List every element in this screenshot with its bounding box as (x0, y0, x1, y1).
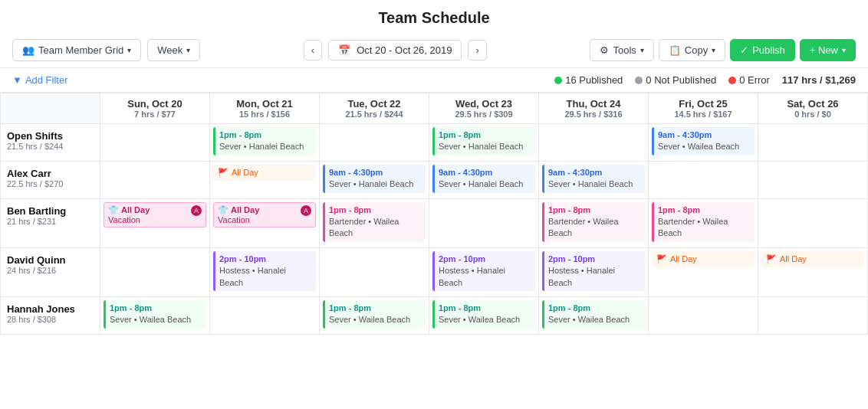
schedule-cell[interactable] (320, 247, 429, 296)
schedule-cell[interactable]: 9am - 4:30pm Sever • Hanalei Beach (429, 161, 539, 198)
vacation-sub: Vacation (218, 215, 259, 224)
schedule-cell[interactable]: 1pm - 8pm Sever • Wailea Beach (100, 296, 210, 334)
shift-block[interactable]: 1pm - 8pm Sever • Wailea Beach (432, 300, 535, 329)
shift-time: 1pm - 8pm (329, 204, 422, 216)
shift-block[interactable]: 2pm - 10pm Hostess • Hanalei Beach (213, 251, 316, 291)
chevron-down-icon: ▾ (712, 46, 715, 54)
shift-location: Sever • Wailea Beach (548, 314, 641, 326)
shift-block[interactable]: 9am - 4:30pm Sever • Hanalei Beach (542, 165, 645, 193)
prev-week-button[interactable]: ‹ (304, 40, 322, 61)
table-row: David Quinn24 hrs / $216 2pm - 10pm Host… (1, 247, 868, 296)
shift-block[interactable]: 2pm - 10pm Hostess • Hanalei Beach (542, 251, 645, 291)
schedule-cell[interactable] (320, 124, 429, 162)
shift-block[interactable]: 2pm - 10pm Hostess • Hanalei Beach (432, 251, 535, 291)
schedule-cell[interactable]: 9am - 4:30pm Sever • Hanalei Beach (320, 161, 429, 198)
allday-block[interactable]: 🚩 All Day (213, 165, 316, 181)
schedule-cell[interactable]: 1pm - 8pm Sever • Wailea Beach (429, 296, 539, 334)
schedule-cell[interactable] (100, 124, 210, 162)
shift-block[interactable]: 9am - 4:30pm Sever • Hanalei Beach (432, 165, 535, 193)
chevron-left-icon: ‹ (311, 44, 314, 56)
people-icon: 👥 (22, 44, 35, 56)
schedule-cell[interactable] (429, 198, 539, 247)
published-stat: 16 Published (554, 74, 623, 86)
schedule-cell[interactable] (758, 198, 868, 247)
tools-button[interactable]: ⚙ Tools ▾ (590, 39, 653, 61)
schedule-cell[interactable]: 2pm - 10pm Hostess • Hanalei Beach (539, 247, 649, 296)
flag-icon: 🚩 (218, 168, 229, 178)
shift-time: 1pm - 8pm (439, 303, 531, 314)
shift-block[interactable]: 1pm - 8pm Bartender • Wailea Beach (323, 202, 426, 242)
day-header-tue: Tue, Oct 22 21.5 hrs / $244 (320, 93, 429, 124)
allday-block[interactable]: 🚩 All Day (761, 251, 864, 267)
schedule-cell[interactable] (649, 161, 758, 198)
day-hours-thu: 29.5 hrs / $316 (545, 110, 642, 119)
schedule-cell[interactable] (758, 296, 868, 334)
vacation-block[interactable]: 👕 All Day Vacation A (104, 202, 206, 227)
schedule-cell[interactable]: 1pm - 8pm Sever • Hanalei Beach (210, 124, 320, 162)
row-name: Ben Bartling (7, 205, 94, 217)
next-week-button[interactable]: › (468, 40, 486, 61)
schedule-cell[interactable] (100, 247, 210, 296)
table-row: Open Shifts21.5 hrs / $244 1pm - 8pm Sev… (1, 124, 868, 162)
schedule-cell[interactable] (539, 124, 649, 162)
schedule-cell[interactable]: 2pm - 10pm Hostess • Hanalei Beach (210, 247, 320, 296)
error-stat: 0 Error (728, 74, 770, 86)
schedule-cell[interactable]: 1pm - 8pm Bartender • Wailea Beach (320, 198, 429, 247)
shift-location: Hostess • Hanalei Beach (439, 265, 531, 289)
add-filter-button[interactable]: ▼ Add Filter (12, 74, 68, 86)
row-label: Ben Bartling21 hrs / $231 (1, 198, 100, 247)
schedule-cell[interactable]: 2pm - 10pm Hostess • Hanalei Beach (429, 247, 539, 296)
new-button[interactable]: + New ▾ (800, 39, 856, 61)
shift-location: Sever • Hanalei Beach (439, 178, 531, 190)
schedule-cell[interactable] (649, 296, 758, 334)
schedule-cell[interactable]: 1pm - 8pm Bartender • Wailea Beach (649, 198, 758, 247)
schedule-cell[interactable]: 🚩 All Day (210, 161, 320, 198)
shift-time: 2pm - 10pm (219, 254, 312, 265)
shift-block[interactable]: 1pm - 8pm Sever • Wailea Beach (104, 300, 206, 329)
shift-block[interactable]: 1pm - 8pm Sever • Hanalei Beach (213, 127, 316, 155)
day-name-fri: Fri, Oct 25 (655, 98, 751, 110)
shift-block[interactable]: 1pm - 8pm Sever • Wailea Beach (323, 300, 426, 329)
shift-location: Bartender • Wailea Beach (548, 216, 641, 240)
shift-block[interactable]: 1pm - 8pm Sever • Hanalei Beach (432, 127, 535, 155)
team-member-grid-button[interactable]: 👥 Team Member Grid ▾ (12, 39, 141, 61)
schedule-cell[interactable]: 1pm - 8pm Sever • Hanalei Beach (429, 124, 539, 162)
schedule-cell[interactable] (210, 296, 320, 334)
vacation-label: All Day (231, 205, 259, 214)
schedule-cell[interactable]: 🚩 All Day (758, 247, 868, 296)
shift-time: 1pm - 8pm (439, 129, 531, 141)
copy-button[interactable]: 📋 Copy ▾ (659, 39, 725, 61)
vacation-sub: Vacation (108, 215, 150, 224)
shift-block[interactable]: 1pm - 8pm Bartender • Wailea Beach (542, 202, 645, 242)
shift-block[interactable]: 9am - 4:30pm Sever • Wailea Beach (652, 127, 755, 155)
copy-icon: 📋 (669, 44, 681, 56)
schedule-cell[interactable] (758, 124, 868, 162)
schedule-cell[interactable] (758, 161, 868, 198)
allday-block[interactable]: 🚩 All Day (652, 251, 755, 267)
empty-header (1, 93, 100, 124)
schedule-cell[interactable]: 1pm - 8pm Sever • Wailea Beach (539, 296, 649, 334)
day-name-thu: Thu, Oct 24 (545, 98, 642, 110)
day-name-mon: Mon, Oct 21 (216, 98, 313, 110)
schedule-cell[interactable]: 1pm - 8pm Bartender • Wailea Beach (539, 198, 649, 247)
shift-location: Bartender • Wailea Beach (329, 216, 422, 240)
schedule-cell[interactable]: 9am - 4:30pm Sever • Hanalei Beach (539, 161, 649, 198)
shift-time: 9am - 4:30pm (548, 167, 641, 178)
vacation-block[interactable]: 👕 All Day Vacation A (213, 202, 316, 227)
week-button[interactable]: Week ▾ (147, 39, 200, 61)
publish-button[interactable]: ✓ Publish (730, 39, 795, 61)
shift-location: Bartender • Wailea Beach (658, 216, 751, 240)
shift-block[interactable]: 9am - 4:30pm Sever • Hanalei Beach (323, 165, 426, 193)
schedule-cell[interactable]: 🚩 All Day (649, 247, 758, 296)
row-name: Open Shifts (7, 130, 94, 142)
schedule-cell[interactable]: 👕 All Day Vacation A (210, 198, 320, 247)
schedule-cell[interactable]: 9am - 4:30pm Sever • Wailea Beach (649, 124, 758, 162)
total-hours: 117 hrs / $1,269 (782, 74, 856, 86)
chevron-down-icon: ▾ (127, 46, 131, 54)
schedule-cell[interactable]: 1pm - 8pm Sever • Wailea Beach (320, 296, 429, 334)
row-label: Alex Carr22.5 hrs / $270 (1, 161, 100, 198)
schedule-cell[interactable]: 👕 All Day Vacation A (100, 198, 210, 247)
shift-block[interactable]: 1pm - 8pm Sever • Wailea Beach (542, 300, 645, 329)
shift-block[interactable]: 1pm - 8pm Bartender • Wailea Beach (652, 202, 755, 242)
schedule-cell[interactable] (100, 161, 210, 198)
